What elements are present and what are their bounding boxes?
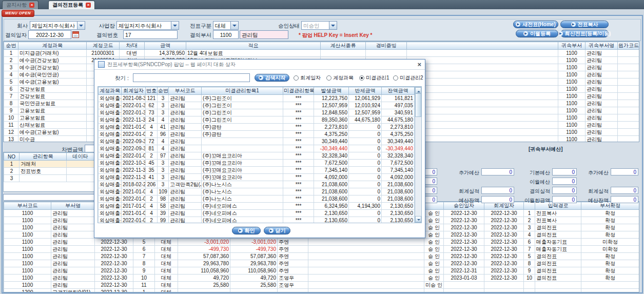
cell: 1100 — [558, 122, 586, 129]
department-slip-row[interactable]: 1100관리팀2022-12-305대체-3,001,020-3,001,020… — [4, 239, 639, 246]
scroll-up-icon[interactable] — [415, 87, 421, 93]
cell: 승 인 — [424, 260, 444, 267]
management-item-row[interactable]: 3 — [4, 175, 94, 182]
cell: 대변 — [120, 50, 145, 57]
ok-button[interactable]: ▶ 확인 — [232, 227, 261, 234]
scrollbar-thumb[interactable] — [415, 93, 421, 117]
cell: 2022-11-30 — [122, 116, 146, 124]
cell: 외상매출금 — [99, 95, 122, 102]
close-icon[interactable]: × — [417, 61, 421, 68]
open-item-row[interactable]: 외상매출금2017-01-01458관리팀(주)네오피에스***6,324,95… — [99, 203, 415, 210]
management-item-row[interactable]: 2전표번호 — [4, 168, 94, 175]
dialog-titlebar: 전표세부항목(SPNDCDPop) 팝업 -- 웹 페이지 대화 상자 × — [94, 60, 425, 70]
radio-account-title[interactable]: 계정과목 — [326, 74, 354, 82]
radio-open-mgmt2[interactable]: 미결관리2 — [393, 74, 423, 82]
dept-code-input[interactable]: 1100 — [213, 30, 239, 39]
column-header: 부서코드 — [169, 87, 202, 95]
cell: 57,087,360 — [178, 253, 230, 260]
cell: 7,672,500 — [382, 160, 415, 167]
cell: 고용보험료 — [18, 107, 87, 114]
cell: 30,349,440 — [314, 138, 349, 145]
cell: 승 인 — [424, 246, 444, 253]
cell: *** — [283, 109, 314, 116]
department-slip-row[interactable]: 1100관리팀2022-12-308대체29,963,78029,963,780… — [4, 260, 639, 267]
open-item-row[interactable]: 외상매출금2022-01-01296관리팀(주)금탄***4,375,25004… — [99, 131, 415, 138]
open-item-row[interactable]: 외상매출금2022-10-31453관리팀(주)꼬매요코리아***7,672,5… — [99, 160, 415, 167]
search-button[interactable]: ▶ 검색시작 — [255, 74, 289, 82]
resolution-date-input[interactable]: 2022-12-30 — [28, 30, 71, 39]
department-slip-row[interactable]: 1100관리팀2022-12-306대체-499,730-499,730주엔승 … — [4, 246, 639, 253]
scroll-down-icon[interactable] — [415, 216, 421, 222]
open-item-row[interactable]: 외상매출금2022-11-30413관리팀(주)꼬매요코리아***4,092,0… — [99, 174, 415, 181]
resolution-date-label: 결의일자 — [3, 32, 27, 39]
open-item-row[interactable]: 외상매출금2022-01-01298관리팀(주)나노시스***21,038,60… — [99, 195, 415, 203]
cell: 대체 — [155, 239, 178, 246]
business-select[interactable]: 제일저지주식회사 — [116, 21, 179, 30]
department-slip-row[interactable]: 1200고객지원팀(V01)2022-12-301대체 — [4, 289, 639, 293]
carried-amount-value: 0 — [552, 196, 577, 203]
cell: 관리팀 — [586, 64, 618, 71]
cell: 0 — [349, 181, 382, 188]
open-item-row[interactable]: 외상매출금2022-11-30353관리팀(주)꼬매요코리아***7,345,1… — [99, 167, 415, 174]
open-item-row[interactable]: 외상매출금2022-09-30814관리팀***-30,349,4400-30,… — [99, 145, 415, 152]
open-item-row[interactable]: 외상매출금2022-09-30724관리팀***30,349,440030,34… — [99, 138, 415, 145]
cell — [308, 267, 424, 275]
carryover-register-button[interactable]: ▶ 이월등록 — [516, 30, 558, 37]
slip-type-select[interactable]: 대체 — [213, 21, 239, 30]
open-item-row[interactable]: 외상매출금2021-08-311213관리팀(주)그린조이***12,223,7… — [99, 95, 415, 102]
open-item-row[interactable]: 외상매출금2018-02-282063고객만족2팀(JJ(주)나노시스***21… — [99, 181, 415, 188]
tab-slip-entry[interactable]: 결의전표등록 × — [48, 1, 95, 9]
cell: 2022-12-30 — [95, 253, 133, 260]
cell: 외상매출금 — [99, 152, 122, 160]
cell — [407, 64, 558, 71]
open-item-row[interactable]: 외상매출금2022-01-31733관리팀(주)그린조이***12,848,55… — [99, 109, 415, 116]
ok-button-label: 확인 — [245, 227, 255, 234]
cell: 2023-01-03 — [444, 275, 484, 282]
menu-open-button[interactable]: MENU OPEN — [2, 10, 34, 17]
cell: 1100 — [558, 129, 586, 136]
popup-grid-scrollbar[interactable] — [415, 87, 422, 223]
cell — [308, 246, 424, 253]
find-input[interactable] — [133, 73, 250, 82]
open-item-row[interactable]: 외상매출금2022-01-01297관리팀(주)꼬매요코리아***32,328,… — [99, 152, 415, 160]
latest-slip-button[interactable]: ▶ 최신전표(등록/이동) — [560, 30, 609, 37]
company-select[interactable]: 제일저지주식회사 — [30, 21, 85, 30]
approval-status-select[interactable]: 미승인 — [301, 21, 337, 30]
department-slip-row[interactable]: 1100관리팀2022-12-309대체110,058,960110,058,9… — [4, 267, 639, 275]
department-slip-row[interactable]: 1100관리팀2022-12-3011대체25,58025,580조영우미승 인 — [4, 282, 639, 289]
department-slip-row[interactable]: 1100관리팀2022-12-307대체57,087,36057,087,360… — [4, 253, 639, 260]
calendar-icon[interactable] — [72, 31, 79, 38]
open-item-row[interactable]: 외상매출금2022-01-31623관리팀(주)그린조이***12,507,95… — [99, 102, 415, 109]
open-item-row[interactable]: 외상매출금2021-01-014109관리팀(주)나노시스***21,038,6… — [99, 188, 415, 195]
tab-notice[interactable]: 공지사항 × — [2, 1, 38, 9]
cell: *** — [283, 102, 314, 109]
help-hint: * 팝업 HELP Key = Insert Key * — [299, 32, 372, 39]
dialog-close-button[interactable]: ▶ 닫기 — [264, 227, 290, 234]
tab-close-icon[interactable]: × — [29, 3, 34, 8]
department-slip-row[interactable]: 1100관리팀2022-12-3010대체49,72049,720조영우승 인2… — [4, 275, 639, 282]
open-item-row[interactable]: 외상매출금2022-11-30244관리팀(주)그린조이***89,350,36… — [99, 116, 415, 124]
copy-slip-button[interactable]: ▶ 전표복사 — [560, 21, 609, 28]
open-item-row[interactable]: 외상매출금2021-01-01441관리팀(주)금탄***2,273,81002… — [99, 124, 415, 131]
carry-budget-label: 이월예산 — [520, 179, 550, 186]
cell: 결의전표 — [535, 231, 581, 239]
new-slip-button[interactable]: ▶ 새전표(Home) — [513, 21, 558, 28]
resolution-no-input[interactable]: 17 — [123, 30, 178, 39]
cell: 2022-01-31 — [122, 102, 146, 109]
tab-close-icon[interactable]: × — [86, 3, 91, 8]
management-item-row[interactable]: 1거래처 — [4, 161, 94, 168]
radio-account-date[interactable]: 회계일자 — [294, 74, 321, 82]
cell: 21,038,600 — [382, 195, 415, 203]
cell: 30,349,440 — [382, 138, 415, 145]
slip-line-row[interactable]: 1미지급금(거래처)21000301대변14,378,95012월 4대보험료1… — [4, 50, 639, 57]
cell: 3 — [158, 102, 169, 109]
cell: 4 — [146, 188, 158, 195]
radio-icon — [393, 75, 398, 81]
open-item-row[interactable]: 외상매출금2021-01-01439관리팀(주)네오피에스***2,130,65… — [99, 210, 415, 217]
cell — [424, 289, 444, 293]
open-item-row[interactable]: 외상매출금2022-01-01299관리팀(주)네오피에스***2,130,65… — [99, 217, 415, 224]
cell — [618, 129, 639, 136]
cell: *** — [283, 131, 314, 138]
radio-open-mgmt1[interactable]: 미결관리1 — [359, 74, 389, 82]
cell: 외상매출금 — [99, 188, 122, 195]
